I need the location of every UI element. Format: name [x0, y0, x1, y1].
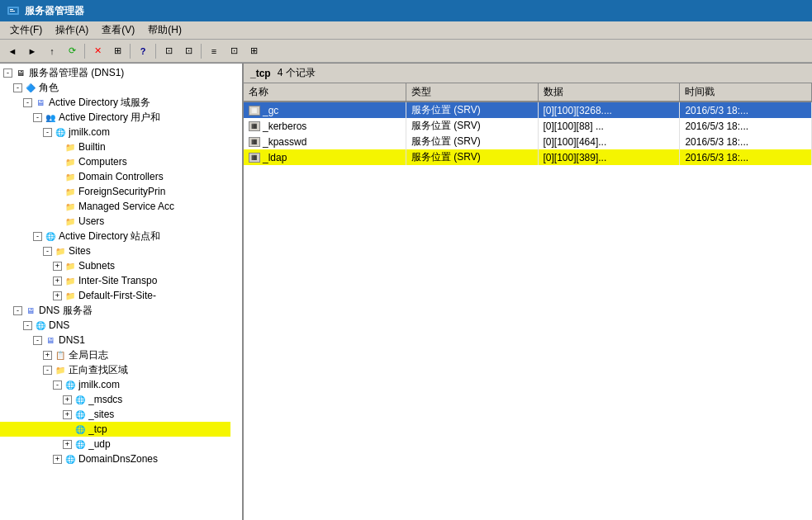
tree-label-jmilk: jmilk.com — [69, 126, 110, 138]
tree-item-intersite[interactable]: + 📁 Inter-Site Transpo — [0, 273, 230, 288]
expand-jmilkdns[interactable]: - — [53, 381, 62, 390]
toolbar-btn-7[interactable]: ≡ — [205, 42, 223, 60]
expand-jmilk[interactable]: - — [43, 128, 52, 137]
toolbar-btn-5[interactable]: ⊡ — [159, 42, 178, 60]
toolbar-delete-btn[interactable]: ✕ — [88, 42, 107, 60]
expand-adusers[interactable]: - — [33, 113, 42, 122]
udp-tree-icon: 🌐 — [74, 437, 87, 451]
tree-item-sites[interactable]: - 📁 Sites — [0, 243, 230, 258]
toolbar-forward-btn[interactable]: ► — [23, 42, 41, 60]
tree-label-root: 服务器管理器 (DNS1) — [29, 66, 124, 80]
expand-domainDnsZones[interactable]: + — [53, 455, 62, 464]
tree-item-forward[interactable]: - 📁 正向查找区域 — [0, 362, 230, 377]
expand-intersite[interactable]: + — [53, 277, 62, 286]
expand-sites[interactable]: - — [43, 247, 52, 256]
expand-adds[interactable]: - — [23, 98, 32, 107]
toolbar-btn-8[interactable]: ⊡ — [225, 42, 243, 60]
tree-item-defaultsite[interactable]: + 📁 Default-First-Site- — [0, 288, 230, 303]
col-header-type[interactable]: 类型 — [406, 83, 538, 102]
sites-tree-icon: 📁 — [54, 244, 67, 258]
menu-file[interactable]: 文件(F) — [3, 21, 49, 39]
toolbar-prop-btn[interactable]: ⊞ — [108, 42, 126, 60]
jmilk-tree-icon: 🌐 — [54, 125, 67, 139]
col-header-data[interactable]: 数据 — [538, 83, 680, 102]
expand-root[interactable]: - — [3, 69, 12, 78]
expand-globallog[interactable]: + — [43, 351, 52, 360]
tree-item-jmilk[interactable]: - 🌐 jmilk.com — [0, 125, 230, 139]
tree-item-dns1[interactable]: - 🖥 DNS1 — [0, 333, 230, 347]
tree-label-tcp: _tcp — [88, 423, 107, 435]
left-panel[interactable]: - 🖥 服务器管理器 (DNS1) - 🔷 角色 - 🖥 Active Dire… — [0, 64, 244, 520]
tree-label-forward: 正向查找区域 — [69, 363, 128, 377]
toolbar-sep-2 — [130, 44, 131, 59]
tree-item-dc[interactable]: 📁 Domain Controllers — [0, 169, 230, 184]
menu-action[interactable]: 操作(A) — [49, 21, 95, 39]
tree-item-sitesdns[interactable]: + 🌐 _sites — [0, 407, 230, 422]
table-row[interactable]: ▦_kerberos服务位置 (SRV)[0][100][88] ...2016… — [244, 118, 812, 134]
expand-dns[interactable]: - — [23, 321, 32, 330]
toolbar: ◄ ► ↑ ⟳ ✕ ⊞ ? ⊡ ⊡ ≡ ⊡ ⊞ — [0, 40, 812, 63]
tree-item-udp[interactable]: + 🌐 _udp — [0, 437, 230, 451]
tree-item-users[interactable]: 📁 Users — [0, 214, 230, 229]
tree-item-roles[interactable]: - 🔷 角色 — [0, 80, 230, 95]
col-header-name[interactable]: 名称 — [244, 83, 406, 102]
tree-item-globallog[interactable]: + 📋 全局日志 — [0, 347, 230, 362]
tree-item-builtin[interactable]: 📁 Builtin — [0, 139, 230, 154]
table-row[interactable]: ▦_gc服务位置 (SRV)[0][100][3268....2016/5/3 … — [244, 102, 812, 118]
tree-item-subnets[interactable]: + 📁 Subnets — [0, 258, 230, 273]
menu-view[interactable]: 查看(V) — [95, 21, 141, 39]
expand-msdcs[interactable]: + — [63, 395, 72, 404]
expand-roles[interactable]: - — [13, 83, 22, 92]
tree-item-dns[interactable]: - 🌐 DNS — [0, 318, 230, 333]
table-row[interactable]: ▦_kpasswd服务位置 (SRV)[0][100][464]...2016/… — [244, 134, 812, 149]
tree-item-tcp[interactable]: 🌐 _tcp — [0, 422, 230, 437]
tree-label-msdcs: _msdcs — [88, 394, 122, 405]
tree-label-adds: Active Directory 域服务 — [49, 96, 150, 110]
tree-item-adusers[interactable]: - 👥 Active Directory 用户和 — [0, 110, 230, 125]
expand-dnsserver[interactable]: - — [13, 306, 22, 315]
tree-item-computers[interactable]: 📁 Computers — [0, 154, 230, 169]
dnsserver-tree-icon: 🖥 — [24, 304, 37, 317]
toolbar-btn-9[interactable]: ⊞ — [245, 42, 263, 60]
menu-help[interactable]: 帮助(H) — [141, 21, 188, 39]
expand-sitesdns[interactable]: + — [63, 410, 72, 419]
table-container[interactable]: 名称 类型 数据 时间戳 ▦_gc服务位置 (SRV)[0][100][3268… — [244, 83, 812, 520]
tree-item-msdcs[interactable]: + 🌐 _msdcs — [0, 392, 230, 407]
expand-forward[interactable]: - — [43, 366, 52, 375]
tree-item-dnsserver[interactable]: - 🖥 DNS 服务器 — [0, 303, 230, 318]
toolbar-btn-6[interactable]: ⊡ — [179, 42, 197, 60]
expand-adsites[interactable]: - — [33, 232, 42, 241]
tree-item-fsp[interactable]: 📁 ForeignSecurityPrin — [0, 184, 230, 199]
expand-dns1[interactable]: - — [33, 336, 42, 345]
tree-item-adsites[interactable]: - 🌐 Active Directory 站点和 — [0, 229, 230, 243]
toolbar-up-btn[interactable]: ↑ — [43, 42, 61, 60]
col-header-timestamp[interactable]: 时间戳 — [680, 83, 812, 102]
cell-name: ▦_kerberos — [244, 118, 406, 134]
tree-label-users: Users — [78, 215, 104, 227]
expand-subnets[interactable]: + — [53, 262, 62, 271]
adds-tree-icon: 🖥 — [34, 96, 47, 109]
toolbar-sep-3 — [155, 44, 156, 59]
tree-label-dns: DNS — [49, 319, 69, 331]
tree-item-adds[interactable]: - 🖥 Active Directory 域服务 — [0, 95, 230, 110]
tree-item-domainDnsZones[interactable]: + 🌐 DomainDnsZones — [0, 451, 230, 466]
toolbar-back-btn[interactable]: ◄ — [3, 42, 21, 60]
computers-tree-icon: 📁 — [64, 155, 77, 168]
toolbar-refresh-btn[interactable]: ⟳ — [63, 42, 81, 60]
menu-bar: 文件(F) 操作(A) 查看(V) 帮助(H) — [0, 21, 812, 40]
cell-data: [0][100][464]... — [538, 134, 680, 149]
right-panel: _tcp 4 个记录 名称 类型 数据 时间戳 ▦_gc服务位置 (SRV)[0… — [244, 64, 812, 520]
adusers-tree-icon: 👥 — [44, 111, 57, 124]
expand-defaultsite[interactable]: + — [53, 291, 62, 300]
tree-item-jmilkdns[interactable]: - 🌐 jmilk.com — [0, 377, 230, 392]
table-row[interactable]: ▦_ldap服务位置 (SRV)[0][100][389]...2016/5/3… — [244, 149, 812, 165]
fsp-tree-icon: 📁 — [64, 185, 77, 198]
tree-label-udp: _udp — [88, 438, 111, 450]
tree-item-root[interactable]: - 🖥 服务器管理器 (DNS1) — [0, 65, 230, 80]
tree-item-msa[interactable]: 📁 Managed Service Acc — [0, 199, 230, 214]
cell-name: ▦_ldap — [244, 149, 406, 165]
roles-tree-icon: 🔷 — [24, 81, 37, 94]
expand-udp[interactable]: + — [63, 440, 72, 449]
toolbar-sep-1 — [84, 44, 85, 59]
toolbar-help-btn[interactable]: ? — [134, 42, 152, 60]
